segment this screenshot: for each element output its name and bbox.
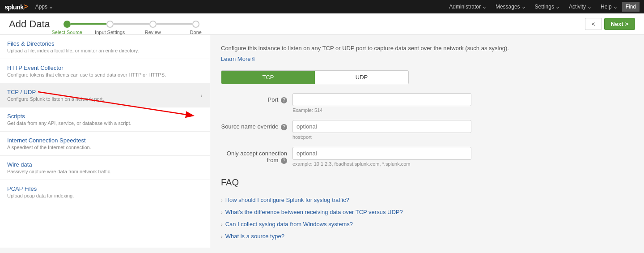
wizard-navigation: < Next > <box>585 18 635 30</box>
step-dot-done <box>192 21 199 28</box>
tcp-button[interactable]: TCP <box>221 71 315 84</box>
sidebar-item-files-directories[interactable]: Files & Directories Upload a file, index… <box>0 35 210 59</box>
splunk-logo[interactable]: splunk> <box>4 3 28 11</box>
page-title: Add Data <box>9 18 50 30</box>
sidebar-item-title-pcap: PCAP Files <box>7 185 203 192</box>
learn-more-link[interactable]: Learn More ⎘ <box>221 56 255 62</box>
faq-chevron-2: › <box>221 210 223 215</box>
step-line-1 <box>71 23 106 25</box>
sidebar: Files & Directories Upload a file, index… <box>0 35 210 248</box>
sidebar-item-title-http: HTTP Event Collector <box>7 64 203 71</box>
sidebar-item-scripts[interactable]: Scripts Get data from any API, service, … <box>0 107 210 132</box>
sidebar-item-desc-tcp: Configure Splunk to listen on a network … <box>7 96 200 102</box>
faq-item-4[interactable]: › What is a source type? <box>221 230 633 242</box>
sidebar-item-desc-scripts: Get data from any API, service, or datab… <box>7 120 203 126</box>
main-content: Files & Directories Upload a file, index… <box>0 35 644 248</box>
sidebar-item-title-speedtest: Internet Connection Speedtest <box>7 137 203 144</box>
settings-menu[interactable]: Settings ⌄ <box>530 0 564 13</box>
faq-item-3[interactable]: › Can I collect syslog data from Windows… <box>221 218 633 230</box>
apps-chevron: ⌄ <box>49 4 53 10</box>
port-input[interactable] <box>292 93 471 106</box>
port-hint: Example: 514 <box>292 107 633 113</box>
faq-text-4: What is a source type? <box>225 233 284 240</box>
messages-menu[interactable]: Messages ⌄ <box>491 0 530 13</box>
step-label-review: Review <box>145 30 161 35</box>
administrator-menu[interactable]: Administrator ⌄ <box>445 0 491 13</box>
faq-item-1[interactable]: › How should I configure Splunk for sysl… <box>221 194 633 206</box>
faq-text-3: Can I collect syslog data from Windows s… <box>225 221 353 227</box>
connection-from-label: Only accept connection from ? <box>221 147 292 164</box>
source-name-input[interactable] <box>292 120 471 133</box>
connection-from-form-group: Only accept connection from ? example: 1… <box>221 147 633 167</box>
top-navigation: splunk> Apps ⌄ Administrator ⌄ Messages … <box>0 0 644 13</box>
source-name-help-icon[interactable]: ? <box>281 124 287 130</box>
next-button[interactable]: Next > <box>604 18 635 30</box>
sidebar-item-pcap-files[interactable]: PCAP Files Upload pcap data for indexing… <box>0 180 210 204</box>
apps-menu[interactable]: Apps ⌄ <box>31 0 58 13</box>
source-name-hint: host:port <box>292 134 633 140</box>
port-form-group: Port ? Example: 514 <box>221 93 633 113</box>
step-label-input-settings: Input Settings <box>95 30 125 35</box>
step-line-2 <box>114 23 149 25</box>
sidebar-item-desc-wire: Passively capture wire data from network… <box>7 169 203 174</box>
port-help-icon[interactable]: ? <box>281 97 287 103</box>
faq-chevron-4: › <box>221 234 223 239</box>
sidebar-chevron-tcp: › <box>200 92 203 99</box>
source-name-label: Source name override ? <box>221 120 292 130</box>
faq-text-1: How should I configure Splunk for syslog… <box>225 197 349 203</box>
faq-section: FAQ › How should I configure Splunk for … <box>221 177 633 242</box>
protocol-toggle: TCP UDP <box>221 70 409 84</box>
sidebar-item-title-files: Files & Directories <box>7 40 203 47</box>
connection-from-input[interactable] <box>292 147 471 160</box>
faq-item-2[interactable]: › What's the difference between receivin… <box>221 206 633 218</box>
wizard-steps: Select Source Input Settings Review Done <box>64 21 567 28</box>
sidebar-item-desc-pcap: Upload pcap data for indexing. <box>7 193 203 198</box>
right-panel: Configure this instance to listen on any… <box>210 35 644 248</box>
step-label-done: Done <box>190 30 202 35</box>
sidebar-item-desc-http: Configure tokens that clients can use to… <box>7 72 203 77</box>
step-dot-select-source <box>64 21 71 28</box>
step-dot-review <box>149 21 157 28</box>
faq-chevron-1: › <box>221 197 223 203</box>
sidebar-item-title-tcp: TCP / UDP <box>7 89 200 95</box>
sidebar-item-title-wire: Wire data <box>7 161 203 168</box>
external-link-icon: ⎘ <box>252 56 255 61</box>
activity-menu[interactable]: Activity ⌄ <box>564 0 596 13</box>
header-bar: Add Data Select Source Input Settings Re… <box>0 13 644 35</box>
help-menu[interactable]: Help ⌄ <box>596 0 622 13</box>
step-label-select-source: Select Source <box>51 30 82 35</box>
right-nav: Administrator ⌄ Messages ⌄ Settings ⌄ Ac… <box>445 0 640 13</box>
sidebar-item-title-scripts: Scripts <box>7 113 203 120</box>
connection-from-help-icon[interactable]: ? <box>281 158 287 164</box>
step-line-3 <box>157 23 192 25</box>
udp-button[interactable]: UDP <box>315 71 408 84</box>
apps-label: Apps <box>35 4 47 10</box>
logo-text: splunk <box>4 3 23 11</box>
sidebar-item-tcp-udp[interactable]: TCP / UDP Configure Splunk to listen on … <box>0 83 210 107</box>
port-label: Port ? <box>221 93 292 103</box>
sidebar-item-http-event-collector[interactable]: HTTP Event Collector Configure tokens th… <box>0 59 210 83</box>
faq-chevron-3: › <box>221 222 223 227</box>
sidebar-item-desc-speedtest: A speedtest of the Internet connection. <box>7 145 203 150</box>
find-button[interactable]: Find <box>622 2 640 12</box>
step-dot-input-settings <box>106 21 114 28</box>
sidebar-item-internet-speedtest[interactable]: Internet Connection Speedtest A speedtes… <box>0 132 210 156</box>
connection-from-hint: example: 10.1.2.3, fbadhost.splunk.com, … <box>292 161 633 167</box>
source-name-form-group: Source name override ? host:port <box>221 120 633 140</box>
description-text: Configure this instance to listen on any… <box>221 44 633 53</box>
sidebar-item-desc-files: Upload a file, index a local file, or mo… <box>7 48 203 53</box>
faq-text-2: What's the difference between receiving … <box>225 209 403 215</box>
faq-title: FAQ <box>221 177 633 188</box>
prev-button[interactable]: < <box>585 18 602 30</box>
sidebar-item-wire-data[interactable]: Wire data Passively capture wire data fr… <box>0 156 210 180</box>
